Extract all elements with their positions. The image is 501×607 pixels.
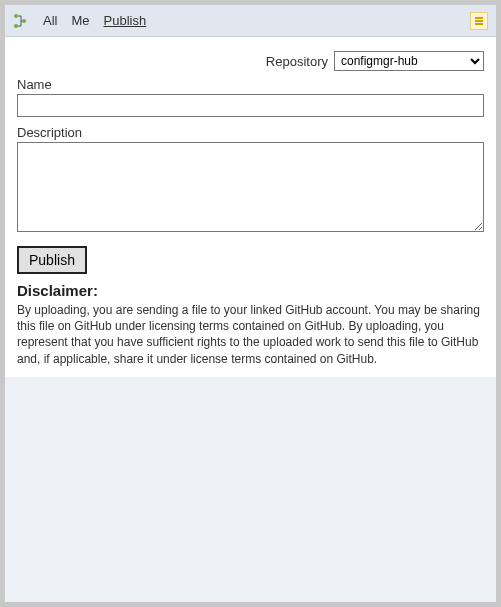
repository-label: Repository	[266, 54, 328, 69]
svg-rect-5	[475, 23, 483, 25]
svg-point-2	[14, 24, 18, 28]
toolbar: All Me Publish	[5, 5, 496, 37]
description-label: Description	[17, 125, 484, 140]
publish-button[interactable]: Publish	[17, 246, 87, 274]
empty-area	[5, 377, 496, 602]
repository-select[interactable]: configmgr-hub	[334, 51, 484, 71]
tab-all[interactable]: All	[43, 13, 57, 28]
svg-point-1	[22, 19, 26, 23]
svg-rect-4	[475, 20, 483, 22]
tab-me[interactable]: Me	[71, 13, 89, 28]
settings-button[interactable]	[470, 12, 488, 30]
tab-publish[interactable]: Publish	[104, 13, 147, 28]
disclaimer-text: By uploading, you are sending a file to …	[17, 302, 484, 367]
menu-icon	[474, 16, 484, 26]
svg-point-0	[14, 14, 18, 18]
repository-row: Repository configmgr-hub	[17, 51, 484, 71]
hierarchy-icon[interactable]	[13, 13, 29, 29]
svg-rect-3	[475, 17, 483, 19]
disclaimer-title: Disclaimer:	[17, 282, 484, 299]
description-textarea[interactable]	[17, 142, 484, 232]
form-area: Repository configmgr-hub Name Descriptio…	[5, 37, 496, 377]
name-label: Name	[17, 77, 484, 92]
name-input[interactable]	[17, 94, 484, 117]
publish-panel: All Me Publish Repository configmgr-hub …	[5, 5, 496, 602]
